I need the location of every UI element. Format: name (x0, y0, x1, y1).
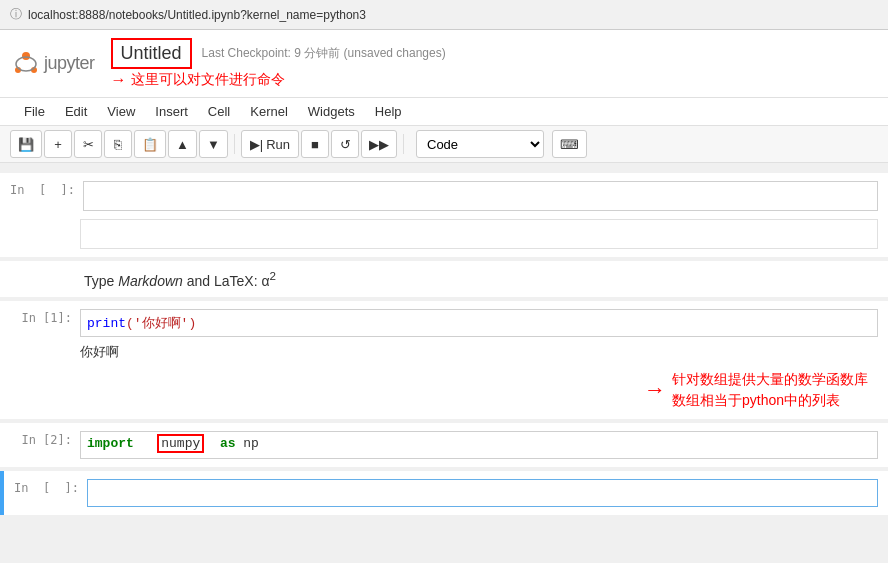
move-down-button[interactable]: ▼ (199, 130, 228, 158)
copy-button[interactable]: ⎘ (104, 130, 132, 158)
menu-kernel[interactable]: Kernel (240, 100, 298, 123)
checkpoint-info: Last Checkpoint: 9 分钟前 (unsaved changes) (202, 45, 446, 62)
url-bar: localhost:8888/notebooks/Untitled.ipynb?… (28, 8, 366, 22)
paste-button[interactable]: 📋 (134, 130, 166, 158)
markdown-content: Type Markdown and LaTeX: α2 (84, 273, 276, 289)
code-print-func: print (87, 316, 126, 331)
numpy-annotation-wrapper: → 针对数组提供大量的数学函数库 数组相当于python中的列表 (0, 365, 888, 415)
jupyter-logo-icon (12, 50, 40, 78)
jupyter-logo: jupyter (12, 50, 95, 78)
cell-3: In [1]: print('你好啊') 你好啊 → 针对数组提供大量的数学函数… (0, 301, 888, 419)
code-numpy-module: numpy (157, 434, 204, 453)
cell-4-input[interactable]: import numpy as np (80, 431, 878, 459)
svg-point-0 (22, 52, 30, 60)
stop-button[interactable]: ■ (301, 130, 329, 158)
toolbar-separator-1 (234, 134, 235, 154)
cut-button[interactable]: ✂ (74, 130, 102, 158)
cell-3-input[interactable]: print('你好啊') (80, 309, 878, 337)
run-button[interactable]: ▶| Run (241, 130, 299, 158)
browser-bar: ⓘ localhost:8888/notebooks/Untitled.ipyn… (0, 0, 888, 30)
menu-bar: File Edit View Insert Cell Kernel Widget… (0, 98, 888, 126)
notebook-content: In [ ]: Type Markdown and LaTeX: α2 In [… (0, 163, 888, 563)
menu-cell[interactable]: Cell (198, 100, 240, 123)
cell-5: In [ ]: (0, 471, 888, 515)
title-annotation: → 这里可以对文件进行命令 (111, 71, 876, 89)
security-icon: ⓘ (10, 6, 22, 23)
menu-view[interactable]: View (97, 100, 145, 123)
cell-5-row: In [ ]: (4, 475, 888, 511)
cell-3-label: In [1]: (10, 309, 80, 325)
toolbar: 💾 + ✂ ⎘ 📋 ▲ ▼ ▶| Run ■ ↺ ▶▶ Code Markdow… (0, 126, 888, 163)
jupyter-logo-text: jupyter (44, 53, 95, 74)
numpy-arrow-icon: → (644, 377, 666, 403)
cell-5-input[interactable] (87, 479, 878, 507)
menu-help[interactable]: Help (365, 100, 412, 123)
menu-file[interactable]: File (14, 100, 55, 123)
numpy-annotation-text: 针对数组提供大量的数学函数库 数组相当于python中的列表 (672, 369, 868, 411)
cell-4-row: In [2]: import numpy as np (0, 427, 888, 463)
menu-widgets[interactable]: Widgets (298, 100, 365, 123)
annotation-arrow-icon: → (111, 71, 127, 89)
cell-1-label: In [ ]: (10, 181, 83, 197)
code-as-keyword: as np (212, 436, 259, 451)
code-print-arg: ('你好啊') (126, 316, 196, 331)
cell-type-select[interactable]: Code Markdown Raw NBConvert Heading (416, 130, 544, 158)
numpy-annotation-line2: 数组相当于python中的列表 (672, 390, 868, 411)
fast-forward-button[interactable]: ▶▶ (361, 130, 397, 158)
move-up-button[interactable]: ▲ (168, 130, 197, 158)
cell-4: In [2]: import numpy as np (0, 423, 888, 467)
run-label: Run (266, 137, 290, 152)
cell-5-label: In [ ]: (14, 479, 87, 495)
annotation-text: 这里可以对文件进行命令 (131, 71, 285, 89)
numpy-annotation-line1: 针对数组提供大量的数学函数库 (672, 369, 868, 390)
add-cell-button[interactable]: + (44, 130, 72, 158)
cell-4-label: In [2]: (10, 431, 80, 447)
cell-1-extra (80, 219, 878, 249)
menu-insert[interactable]: Insert (145, 100, 198, 123)
notebook-title[interactable]: Untitled (111, 38, 192, 69)
code-import-keyword: import (87, 436, 134, 451)
run-icon: ▶| (250, 137, 263, 152)
markdown-cell: Type Markdown and LaTeX: α2 (0, 261, 888, 297)
cell-1-input[interactable] (83, 181, 878, 211)
notebook-title-row: Untitled Last Checkpoint: 9 分钟前 (unsaved… (111, 38, 876, 69)
cell-1-row: In [ ]: (0, 177, 888, 215)
cell-3-row: In [1]: print('你好啊') (0, 305, 888, 341)
save-button[interactable]: 💾 (10, 130, 42, 158)
cell-3-output: 你好啊 (0, 341, 888, 363)
keyboard-shortcuts-button[interactable]: ⌨ (552, 130, 587, 158)
menu-edit[interactable]: Edit (55, 100, 97, 123)
notebook-title-area: Untitled Last Checkpoint: 9 分钟前 (unsaved… (111, 38, 876, 89)
restart-button[interactable]: ↺ (331, 130, 359, 158)
numpy-annotation: → 针对数组提供大量的数学函数库 数组相当于python中的列表 (644, 369, 868, 411)
cell-1: In [ ]: (0, 173, 888, 257)
jupyter-header: jupyter Untitled Last Checkpoint: 9 分钟前 … (0, 30, 888, 98)
toolbar-separator-2 (403, 134, 404, 154)
